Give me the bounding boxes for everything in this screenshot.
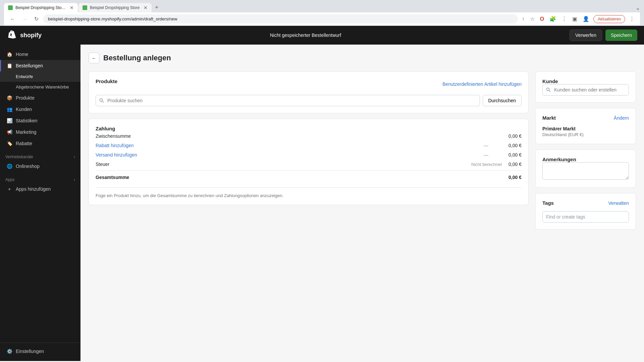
tags-card: Tags Verwalten [535, 193, 636, 230]
sidebar-label-abandoned: Abgebrochene Warenkörbe [16, 84, 69, 89]
payment-rows: Zwischensumme 0,00 € Rabatt hinzufügen —… [96, 131, 522, 182]
apps-expand[interactable]: › [74, 177, 75, 182]
sidebar-item-discounts[interactable]: 🏷️ Rabatte [0, 138, 80, 149]
browser-tabs: Beispiel Dropshipping Store ·... ✕ Beisp… [4, 3, 640, 12]
shipping-value: 0,00 € [508, 152, 522, 158]
notes-card: Anmerkungen [535, 149, 636, 188]
add-apps-icon: + [6, 186, 12, 192]
new-tab-button[interactable]: + [152, 3, 161, 12]
customers-icon: 👥 [6, 106, 12, 112]
extensions-button[interactable]: 🧩 [548, 14, 557, 23]
products-card: Produkte Benutzerdefinierten Artikel hin… [89, 71, 529, 113]
bookmark-button[interactable]: ☆ [529, 14, 536, 23]
sidebar-item-settings[interactable]: ⚙️ Einstellungen [0, 346, 80, 357]
tab-1-close[interactable]: ✕ [70, 5, 74, 10]
product-search-row: Durchsuchen [96, 95, 522, 106]
update-button[interactable]: Aktualisieren [593, 15, 625, 23]
apps-label: Apps [5, 177, 14, 182]
favicon-2 [83, 5, 87, 10]
products-icon: 📦 [6, 95, 12, 101]
profile-button[interactable]: 👤 [581, 14, 591, 23]
sidebar-label-marketing: Marketing [16, 129, 36, 135]
payment-row-discount: Rabatt hinzufügen — 0,00 € [96, 141, 522, 150]
sidebar-label-discounts: Rabatte [16, 141, 32, 146]
sidebar-item-analytics[interactable]: 📊 Statistiken [0, 115, 80, 126]
favicon-1 [8, 5, 13, 10]
customer-card-title: Kunde [542, 78, 558, 84]
browser-tab-1[interactable]: Beispiel Dropshipping Store ·... ✕ [4, 3, 78, 12]
save-button[interactable]: Speichern [605, 29, 637, 41]
notes-input[interactable] [542, 162, 629, 180]
channels-expand[interactable]: › [74, 155, 75, 159]
sidebar-label-analytics: Statistiken [16, 118, 38, 123]
sidebar-label-drafts: Entwürfe [16, 74, 33, 79]
share-button[interactable]: ↑ [521, 15, 526, 23]
tab-2-close[interactable]: ✕ [144, 5, 148, 10]
market-info: Primärer Markt Deutschland (EUR €) [542, 126, 629, 137]
discount-meta: — [484, 143, 488, 148]
shopify-logo-icon [7, 30, 17, 41]
shipping-meta: — [484, 152, 488, 158]
market-card: Markt Ändern Primärer Markt Deutschland … [535, 108, 636, 144]
add-custom-item-button[interactable]: Benutzerdefinierten Artikel hinzufügen [442, 81, 522, 87]
browser-tab-2[interactable]: Beispiel Dropshipping Store ✕ [78, 3, 152, 12]
online-store-icon: 🌐 [6, 163, 12, 169]
tax-value: 0,00 € [508, 162, 522, 167]
payment-row-total: Gesamtsumme 0,00 € [96, 170, 522, 182]
draft-title: Nicht gespeicherter Bestellentwurf [270, 33, 341, 38]
sidebar-label-settings: Einstellungen [16, 349, 44, 354]
product-search-input[interactable] [96, 95, 480, 106]
channels-label: Vertriebskanäle [5, 155, 33, 159]
total-label: Gesamtsumme [96, 175, 129, 180]
sidebar-item-marketing[interactable]: 📢 Marketing [0, 126, 80, 138]
sidebar-item-add-apps[interactable]: + Apps hinzufügen [0, 183, 80, 195]
chrome-menu-button[interactable]: ⋮ [628, 14, 636, 23]
two-column-layout: Produkte Benutzerdefinierten Artikel hin… [89, 71, 636, 230]
sidebar-item-abandoned[interactable]: Abgebrochene Warenkörbe [0, 82, 80, 92]
page-title: Bestellung anlegen [103, 54, 171, 62]
sidebar: 🏠 Home 📋 Bestellungen Entwürfe Abgebroch… [0, 45, 80, 361]
opera-button[interactable]: O [539, 15, 545, 23]
sidebar-item-orders[interactable]: 📋 Bestellungen [0, 60, 80, 71]
forward-nav-button[interactable]: → [20, 15, 30, 23]
reload-button[interactable]: ↻ [32, 14, 41, 23]
payment-row-tax: Steuer Nicht berechnet 0,00 € [96, 160, 522, 169]
manage-tags-button[interactable]: Verwalten [608, 200, 629, 206]
subtotal-value: 0,00 € [508, 133, 522, 139]
back-nav-button[interactable]: ← [8, 15, 17, 23]
shopify-logo: shopify [7, 30, 42, 41]
tags-card-header: Tags Verwalten [542, 200, 629, 206]
analytics-icon: 📊 [6, 118, 12, 124]
sidebar-item-customers[interactable]: 👥 Kunden [0, 104, 80, 115]
payment-row-subtotal: Zwischensumme 0,00 € [96, 131, 522, 141]
market-card-title: Markt [542, 115, 556, 121]
change-market-button[interactable]: Ändern [614, 115, 629, 121]
tags-input[interactable] [542, 211, 629, 223]
shopify-wordmark: shopify [20, 32, 42, 39]
payment-card: Zahlung Zwischensumme 0,00 € Rabatt hinz… [89, 119, 529, 205]
tab-list-button[interactable]: ⌄ [636, 5, 640, 11]
browse-products-button[interactable]: Durchsuchen [483, 95, 522, 106]
tab-1-label: Beispiel Dropshipping Store ·... [15, 5, 66, 10]
add-shipping-button[interactable]: Versand hinzufügen [96, 152, 137, 158]
discard-button[interactable]: Verwerfen [570, 29, 602, 41]
menu-button[interactable]: ⋮ [560, 14, 568, 23]
add-discount-button[interactable]: Rabatt hinzufügen [96, 143, 134, 148]
customer-search-input[interactable] [542, 84, 629, 96]
tab-2-label: Beispiel Dropshipping Store [90, 5, 140, 10]
payment-card-title: Zahlung [96, 126, 115, 131]
settings-icon: ⚙️ [6, 348, 12, 354]
shipping-label: Versand hinzufügen [96, 152, 137, 158]
sidebar-item-products[interactable]: 📦 Produkte [0, 92, 80, 104]
market-sub: Deutschland (EUR €) [542, 132, 629, 137]
sidebar-item-drafts[interactable]: Entwürfe [0, 71, 80, 82]
sidebar-item-online-store[interactable]: 🌐 Onlineshop [0, 161, 80, 172]
customer-search-icon [546, 87, 551, 93]
sidebar-toggle[interactable]: ▣ [571, 14, 579, 23]
address-bar[interactable] [43, 14, 518, 23]
tax-meta: Nicht berechnet [471, 162, 502, 167]
sidebar-item-home[interactable]: 🏠 Home [0, 49, 80, 60]
back-button[interactable]: ← [89, 53, 99, 63]
customer-search-wrap [542, 84, 629, 96]
notes-card-title: Anmerkungen [542, 157, 576, 162]
